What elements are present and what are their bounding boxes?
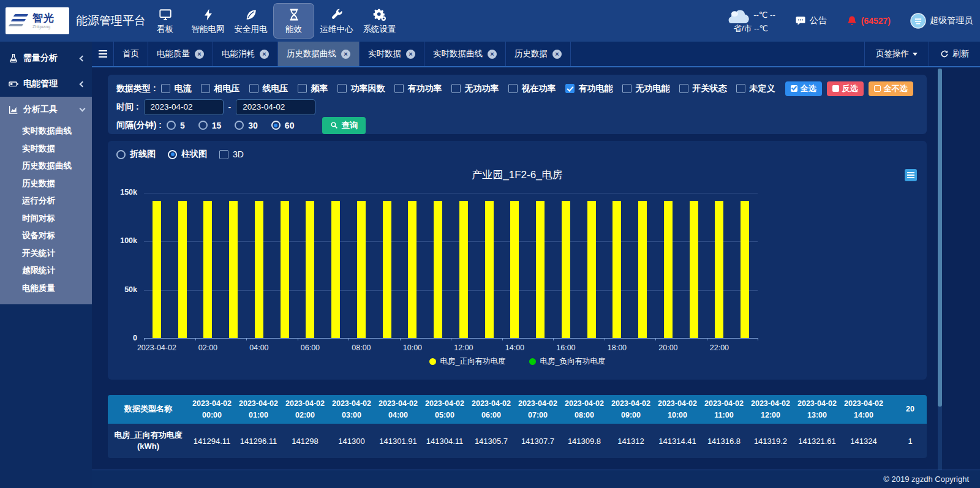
checkbox-frequency[interactable] <box>298 84 307 93</box>
tab-operations-dropdown[interactable]: 页签操作 <box>864 42 929 66</box>
data-type-option-reactive-energy[interactable]: 无功电能 <box>622 83 670 94</box>
data-type-option-reactive-power[interactable]: 无功功率 <box>451 83 499 94</box>
chart-type-option-line-chart[interactable]: 折线图 <box>116 149 156 160</box>
legend-item[interactable]: 电房_正向有功电度 <box>429 356 506 367</box>
sidebar-item-operation-analysis[interactable]: 运行分析 <box>0 192 92 210</box>
table-header-col: 2023-04-0211:00 <box>701 395 747 424</box>
x-axis-label: 08:00 <box>334 343 389 352</box>
close-icon[interactable]: × <box>341 50 350 59</box>
interval-option-15[interactable]: 15 <box>198 121 222 130</box>
sidebar-item-realtime-curve[interactable]: 实时数据曲线 <box>0 122 92 140</box>
interval-option-60[interactable]: 60 <box>271 121 295 130</box>
scrollbar-thumb[interactable] <box>938 69 942 407</box>
tab-realtime-curve[interactable]: 实时数据曲线× <box>424 42 506 66</box>
legend-item[interactable]: 电房_负向有功电度 <box>529 356 606 367</box>
sidebar-item-power-quality[interactable]: 电能质量 <box>0 280 92 298</box>
sidebar-item-history-curve[interactable]: 历史数据曲线 <box>0 157 92 175</box>
sidebar-item-overlimit-stats[interactable]: 越限统计 <box>0 262 92 280</box>
radio-interval-15[interactable] <box>198 121 208 130</box>
sidebar-group-energy-management[interactable]: 电能管理 <box>0 71 92 97</box>
nav-item-smart-grid[interactable]: 智能电网 <box>187 3 228 39</box>
table-row: 电房_正向有功电度(kWh)141294.11141296.1114129814… <box>108 424 927 458</box>
bar-电房_正向有功电度-17:00 <box>587 201 596 338</box>
sidebar-item-switch-stats[interactable]: 开关统计 <box>0 245 92 263</box>
data-type-option-frequency[interactable]: 频率 <box>298 83 328 94</box>
header-date: 2023-04-02 <box>747 398 794 409</box>
data-type-option-undefined[interactable]: 未定义 <box>736 83 775 94</box>
end-date-input[interactable] <box>236 99 315 115</box>
checkbox-current[interactable] <box>161 84 170 93</box>
notification-button[interactable]: (64527) <box>846 15 891 26</box>
sidebar-item-realtime-data[interactable]: 实时数据 <box>0 140 92 158</box>
data-type-option-phase-voltage[interactable]: 相电压 <box>201 83 240 94</box>
chart-toolbox-menu-icon[interactable] <box>905 169 917 181</box>
interval-option-5[interactable]: 5 <box>167 121 185 130</box>
nav-item-ops-center[interactable]: 运维中心 <box>316 3 357 39</box>
sidebar-item-history-data[interactable]: 历史数据 <box>0 175 92 193</box>
close-icon[interactable]: × <box>488 50 497 59</box>
sidebar-group-label: 分析工具 <box>23 104 58 115</box>
table-header-col-clipped: 20 <box>887 395 927 424</box>
checkbox-active-power[interactable] <box>394 84 404 93</box>
data-type-option-power-factor[interactable]: 功率因数 <box>337 83 385 94</box>
checkbox-reactive-energy[interactable] <box>622 84 631 93</box>
nav-item-system-settings[interactable]: 系统设置 <box>359 3 400 39</box>
checkbox-power-factor[interactable] <box>337 84 347 93</box>
radio-line-chart[interactable] <box>116 150 126 159</box>
tab-power-quality[interactable]: 电能质量× <box>148 42 213 66</box>
tab-history-data[interactable]: 历史数据× <box>506 42 571 66</box>
checkbox-switch-status[interactable] <box>679 84 688 93</box>
radio-interval-60[interactable] <box>271 121 281 130</box>
sidebar-item-device-benchmark[interactable]: 设备对标 <box>0 227 92 245</box>
close-icon[interactable]: × <box>260 50 269 59</box>
checkbox-reactive-power[interactable] <box>451 84 461 93</box>
select-all-button[interactable]: 全选 <box>785 81 822 96</box>
user-menu[interactable]: 超级管理员 <box>910 13 973 29</box>
battery-icon <box>9 79 18 89</box>
tab-menu-button[interactable] <box>92 42 114 66</box>
chart-3d-option[interactable]: 3D <box>219 149 244 159</box>
data-type-option-apparent-power[interactable]: 视在功率 <box>508 83 556 94</box>
tab-bar: 首页电能质量×电能消耗×历史数据曲线×实时数据×实时数据曲线×历史数据× 页签操… <box>92 42 980 67</box>
data-type-option-active-power[interactable]: 有功功率 <box>394 83 442 94</box>
tab-energy-consumption[interactable]: 电能消耗× <box>213 42 278 66</box>
checkbox-line-voltage[interactable] <box>249 84 258 93</box>
start-date-input[interactable] <box>144 99 224 115</box>
nav-item-label: 安全用电 <box>235 24 268 35</box>
close-icon[interactable]: × <box>406 50 415 59</box>
sidebar-group-analysis-tools[interactable]: 分析工具 <box>0 97 92 122</box>
sidebar-item-time-benchmark[interactable]: 时间对标 <box>0 210 92 228</box>
close-icon[interactable]: × <box>552 50 562 59</box>
radio-interval-5[interactable] <box>167 121 176 130</box>
tab-history-curve[interactable]: 历史数据曲线× <box>278 42 360 66</box>
select-none-button[interactable]: 全不选 <box>869 81 913 96</box>
sidebar-group-demand-analysis[interactable]: 需量分析 <box>0 45 92 71</box>
interval-option-30[interactable]: 30 <box>235 121 258 130</box>
tab-home[interactable]: 首页 <box>114 42 148 66</box>
radio-interval-30[interactable] <box>235 121 244 130</box>
checkbox-undefined[interactable] <box>736 84 745 93</box>
chart-type-option-bar-chart[interactable]: 柱状图 <box>168 149 207 160</box>
checkbox-3d[interactable] <box>219 150 228 159</box>
checkbox-phase-voltage[interactable] <box>201 84 210 93</box>
value-cell: 141301.91 <box>375 437 421 446</box>
data-type-option-switch-status[interactable]: 开关状态 <box>679 83 727 94</box>
query-button[interactable]: 查询 <box>322 117 366 134</box>
close-icon[interactable]: × <box>195 50 204 59</box>
announcement-button[interactable]: 公告 <box>795 15 827 26</box>
checkbox-apparent-power[interactable] <box>508 84 518 93</box>
radio-label: 5 <box>180 121 185 130</box>
data-type-option-active-energy[interactable]: 有功电能 <box>565 83 613 94</box>
legend-label: 电房_负向有功电度 <box>540 356 606 367</box>
x-axis-tick <box>451 338 451 340</box>
radio-bar-chart[interactable] <box>168 150 177 159</box>
nav-item-dashboard[interactable]: 看板 <box>145 3 186 39</box>
checkbox-active-energy[interactable] <box>565 84 575 93</box>
nav-item-energy-efficiency[interactable]: 能效 <box>273 3 314 39</box>
invert-selection-button[interactable]: 反选 <box>827 81 864 96</box>
data-type-option-current[interactable]: 电流 <box>161 83 192 94</box>
tab-realtime-data[interactable]: 实时数据× <box>360 42 424 66</box>
refresh-button[interactable]: 刷新 <box>929 42 980 66</box>
data-type-option-line-voltage[interactable]: 线电压 <box>249 83 288 94</box>
nav-item-safe-power[interactable]: 安全用电 <box>230 3 271 39</box>
